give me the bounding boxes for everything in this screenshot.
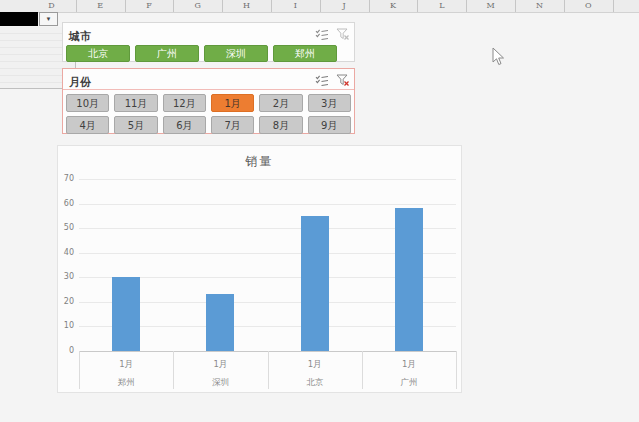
column-headers: DEFGHIJKLMNO [0, 0, 639, 13]
y-axis-label: 70 [58, 174, 74, 183]
slicer-city-title: 城市 [69, 30, 91, 43]
column-header-F[interactable]: F [125, 0, 175, 12]
multi-select-icon[interactable] [315, 71, 328, 90]
slicer-button-6月[interactable]: 6月 [163, 116, 206, 134]
slicer-month[interactable]: 月份 [62, 68, 355, 134]
column-header-K[interactable]: K [369, 0, 419, 12]
slicer-month-row: 4月5月6月7月8月9月 [63, 116, 354, 134]
y-axis-label: 50 [58, 223, 74, 232]
slicer-button-10月[interactable]: 10月 [66, 94, 109, 112]
column-header-J[interactable]: J [320, 0, 370, 12]
chevron-down-icon: ▼ [46, 16, 52, 22]
slicer-month-items: 10月11月12月1月2月3月4月5月6月7月8月9月 [63, 94, 354, 134]
slicer-button-9月[interactable]: 9月 [308, 116, 351, 134]
category-month-label: 1月 [79, 359, 173, 371]
slicer-button-深圳[interactable]: 深圳 [204, 45, 268, 62]
slicer-city-items: 北京广州深圳郑州 [63, 42, 354, 62]
column-header-L[interactable]: L [417, 0, 467, 12]
category-month-label: 1月 [362, 359, 456, 371]
category-city-label: 郑州 [79, 377, 173, 389]
clear-filter-icon[interactable] [336, 71, 349, 90]
mouse-cursor [492, 47, 505, 66]
bar-郑州[interactable] [112, 277, 140, 351]
slicer-button-3月[interactable]: 3月 [308, 94, 351, 112]
slicer-month-title: 月份 [69, 76, 91, 89]
bar-深圳[interactable] [206, 294, 234, 351]
category-month-label: 1月 [268, 359, 362, 371]
column-header-M[interactable]: M [466, 0, 516, 12]
slicer-city-header: 城市 [63, 23, 354, 42]
slicer-button-8月[interactable]: 8月 [259, 116, 302, 134]
y-axis-label: 20 [58, 297, 74, 306]
slicer-button-1月[interactable]: 1月 [211, 94, 254, 112]
multi-select-icon[interactable] [315, 25, 328, 44]
category-city-label: 广州 [362, 377, 456, 389]
y-axis-label: 60 [58, 199, 74, 208]
y-axis-label: 10 [58, 321, 74, 330]
y-axis-label: 0 [58, 346, 74, 355]
y-axis-label: 30 [58, 272, 74, 281]
column-header-N[interactable]: N [515, 0, 565, 12]
name-box[interactable] [0, 12, 38, 26]
clear-filter-icon[interactable] [336, 25, 349, 44]
slicer-button-11月[interactable]: 11月 [114, 94, 157, 112]
column-header-E[interactable]: E [76, 0, 126, 12]
slicer-button-4月[interactable]: 4月 [66, 116, 109, 134]
column-header-I[interactable]: I [271, 0, 321, 12]
slicer-city[interactable]: 城市 [62, 22, 355, 62]
sales-chart[interactable]: 销量 0102030405060701月郑州1月深圳1月北京1月广州 [57, 145, 462, 393]
slicer-button-北京[interactable]: 北京 [66, 45, 130, 62]
slicer-button-广州[interactable]: 广州 [135, 45, 199, 62]
bar-广州[interactable] [395, 208, 423, 351]
bar-北京[interactable] [301, 216, 329, 351]
slicer-button-郑州[interactable]: 郑州 [273, 45, 337, 62]
column-header-H[interactable]: H [222, 0, 272, 12]
gridline [79, 179, 456, 180]
category-separator [456, 351, 457, 389]
column-header-D[interactable]: D [27, 0, 77, 12]
namebox-dropdown-button[interactable]: ▼ [39, 12, 58, 26]
column-header-G[interactable]: G [173, 0, 223, 12]
slicer-button-7月[interactable]: 7月 [211, 116, 254, 134]
column-header-O[interactable]: O [564, 0, 614, 12]
slicer-button-2月[interactable]: 2月 [259, 94, 302, 112]
y-axis-label: 40 [58, 248, 74, 257]
gridline [79, 204, 456, 205]
slicer-month-header: 月份 [63, 69, 354, 90]
category-city-label: 深圳 [173, 377, 267, 389]
slicer-month-row: 10月11月12月1月2月3月 [63, 94, 354, 112]
slicer-button-12月[interactable]: 12月 [163, 94, 206, 112]
slicer-button-5月[interactable]: 5月 [114, 116, 157, 134]
category-city-label: 北京 [268, 377, 362, 389]
plot-area: 0102030405060701月郑州1月深圳1月北京1月广州 [58, 146, 461, 392]
category-month-label: 1月 [173, 359, 267, 371]
